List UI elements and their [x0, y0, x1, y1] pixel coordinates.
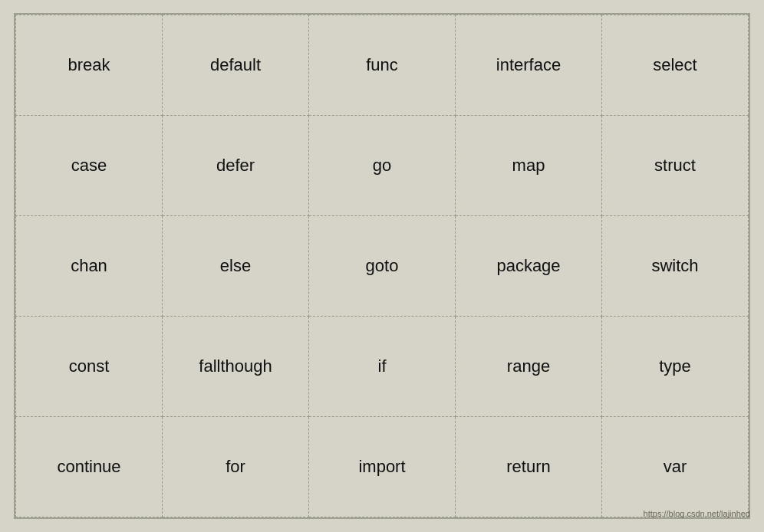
table-row: casedefergomapstruct — [16, 116, 749, 216]
cell-3-1: fallthough — [163, 317, 309, 417]
cell-4-4: var — [602, 417, 749, 517]
keyword-table-container: breakdefaultfuncinterfaceselectcasedefer… — [14, 13, 750, 519]
cell-1-2: go — [309, 116, 456, 216]
cell-0-2: func — [309, 15, 456, 116]
cell-1-4: struct — [602, 116, 749, 216]
keyword-table: breakdefaultfuncinterfaceselectcasedefer… — [15, 15, 749, 517]
cell-4-0: continue — [16, 417, 163, 517]
cell-4-3: return — [456, 417, 602, 517]
cell-3-4: type — [602, 317, 749, 417]
cell-2-2: goto — [309, 216, 456, 317]
cell-2-3: package — [456, 216, 602, 317]
cell-2-0: chan — [16, 216, 163, 317]
cell-3-3: range — [456, 317, 602, 417]
cell-0-3: interface — [456, 15, 602, 116]
watermark: https://blog.csdn.net/lajinhed — [644, 509, 750, 518]
table-row: breakdefaultfuncinterfaceselect — [16, 15, 749, 116]
cell-3-2: if — [309, 317, 456, 417]
table-row: constfallthoughifrangetype — [16, 317, 749, 417]
cell-4-1: for — [163, 417, 309, 517]
cell-2-4: switch — [602, 216, 749, 317]
cell-2-1: else — [163, 216, 309, 317]
table-row: chanelsegotopackageswitch — [16, 216, 749, 317]
cell-0-4: select — [602, 15, 749, 116]
cell-1-1: defer — [163, 116, 309, 216]
cell-1-3: map — [456, 116, 602, 216]
cell-4-2: import — [309, 417, 456, 517]
cell-0-0: break — [16, 15, 163, 116]
table-row: continueforimportreturnvar — [16, 417, 749, 517]
cell-0-1: default — [163, 15, 309, 116]
cell-3-0: const — [16, 317, 163, 417]
cell-1-0: case — [16, 116, 163, 216]
